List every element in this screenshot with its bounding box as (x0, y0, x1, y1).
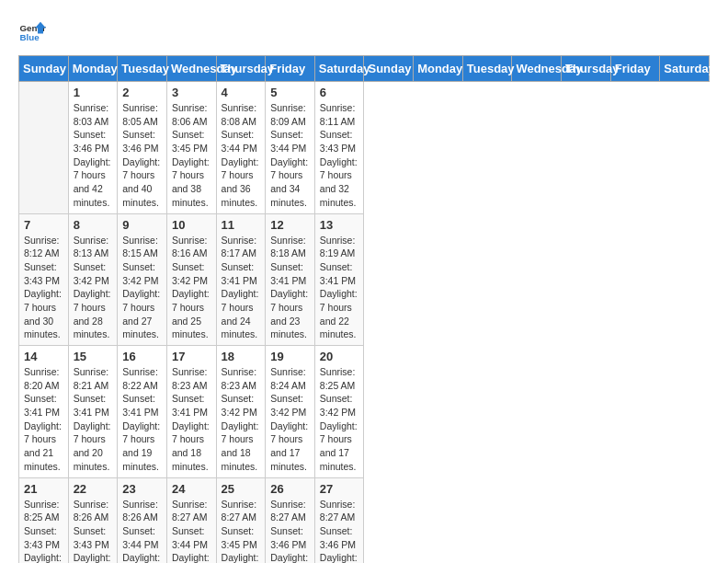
date-number: 11 (222, 218, 261, 232)
cell-info: Sunrise: 8:21 AMSunset: 3:41 PMDaylight:… (74, 365, 113, 474)
calendar-cell (19, 82, 69, 214)
header-sunday: Sunday (19, 56, 69, 82)
date-number: 8 (74, 218, 113, 232)
date-number: 21 (24, 482, 63, 496)
cell-info: Sunrise: 8:11 AMSunset: 3:43 PMDaylight:… (320, 101, 359, 210)
cell-info: Sunrise: 8:20 AMSunset: 3:41 PMDaylight:… (24, 365, 63, 474)
date-number: 1 (74, 86, 113, 99)
logo-icon: General Blue (18, 18, 46, 46)
cell-info: Sunrise: 8:27 AMSunset: 3:44 PMDaylight:… (172, 498, 211, 564)
calendar-cell: 23Sunrise: 8:26 AMSunset: 3:44 PMDayligh… (118, 477, 167, 563)
header-thursday: Thursday (562, 56, 611, 82)
calendar-cell: 1Sunrise: 8:03 AMSunset: 3:46 PMDaylight… (68, 82, 118, 214)
cell-info: Sunrise: 8:19 AMSunset: 3:41 PMDaylight:… (320, 234, 359, 342)
calendar-cell: 22Sunrise: 8:26 AMSunset: 3:43 PMDayligh… (68, 477, 118, 563)
cell-info: Sunrise: 8:27 AMSunset: 3:45 PMDaylight:… (222, 498, 261, 564)
header-friday: Friday (610, 56, 660, 82)
cell-info: Sunrise: 8:06 AMSunset: 3:45 PMDaylight:… (172, 101, 211, 210)
calendar-cell: 26Sunrise: 8:27 AMSunset: 3:46 PMDayligh… (266, 477, 315, 563)
cell-info: Sunrise: 8:13 AMSunset: 3:42 PMDaylight:… (74, 234, 113, 342)
date-number: 16 (122, 350, 162, 363)
cell-info: Sunrise: 8:25 AMSunset: 3:43 PMDaylight:… (24, 498, 63, 564)
calendar-cell: 3Sunrise: 8:06 AMSunset: 3:45 PMDaylight… (166, 82, 216, 214)
calendar-cell: 2Sunrise: 8:05 AMSunset: 3:46 PMDaylight… (118, 82, 167, 214)
date-number: 13 (320, 218, 359, 232)
calendar-cell: 17Sunrise: 8:23 AMSunset: 3:41 PMDayligh… (166, 346, 216, 478)
cell-info: Sunrise: 8:22 AMSunset: 3:41 PMDaylight:… (122, 365, 162, 474)
header-tuesday: Tuesday (118, 56, 167, 82)
date-number: 15 (74, 350, 113, 363)
date-number: 19 (270, 350, 310, 363)
calendar-week-1: 1Sunrise: 8:03 AMSunset: 3:46 PMDaylight… (19, 82, 710, 214)
calendar-week-4: 21Sunrise: 8:25 AMSunset: 3:43 PMDayligh… (19, 477, 710, 563)
cell-info: Sunrise: 8:26 AMSunset: 3:44 PMDaylight:… (122, 498, 162, 564)
cell-info: Sunrise: 8:08 AMSunset: 3:44 PMDaylight:… (222, 101, 261, 210)
date-number: 10 (172, 218, 211, 232)
header-monday: Monday (414, 56, 463, 82)
header-saturday: Saturday (660, 56, 710, 82)
date-number: 14 (24, 350, 63, 363)
cell-info: Sunrise: 8:03 AMSunset: 3:46 PMDaylight:… (74, 101, 113, 210)
calendar-cell: 21Sunrise: 8:25 AMSunset: 3:43 PMDayligh… (19, 477, 69, 563)
svg-text:Blue: Blue (20, 32, 40, 42)
calendar-cell: 20Sunrise: 8:25 AMSunset: 3:42 PMDayligh… (314, 346, 364, 478)
cell-info: Sunrise: 8:27 AMSunset: 3:46 PMDaylight:… (270, 498, 310, 564)
date-number: 12 (270, 218, 310, 232)
logo: General Blue (18, 18, 46, 46)
calendar-cell: 16Sunrise: 8:22 AMSunset: 3:41 PMDayligh… (118, 346, 167, 478)
header-thursday: Thursday (216, 56, 266, 82)
calendar-week-3: 14Sunrise: 8:20 AMSunset: 3:41 PMDayligh… (19, 346, 710, 478)
calendar-cell: 10Sunrise: 8:16 AMSunset: 3:42 PMDayligh… (166, 213, 216, 346)
calendar-table: SundayMondayTuesdayWednesdayThursdayFrid… (18, 55, 710, 563)
calendar-cell: 4Sunrise: 8:08 AMSunset: 3:44 PMDaylight… (216, 82, 266, 214)
cell-info: Sunrise: 8:09 AMSunset: 3:44 PMDaylight:… (270, 101, 310, 210)
calendar-cell: 9Sunrise: 8:15 AMSunset: 3:42 PMDaylight… (118, 213, 167, 346)
cell-info: Sunrise: 8:16 AMSunset: 3:42 PMDaylight:… (172, 234, 211, 342)
calendar-cell: 15Sunrise: 8:21 AMSunset: 3:41 PMDayligh… (68, 346, 118, 478)
header-sunday: Sunday (364, 56, 414, 82)
calendar-cell: 18Sunrise: 8:23 AMSunset: 3:42 PMDayligh… (216, 346, 266, 478)
cell-info: Sunrise: 8:15 AMSunset: 3:42 PMDaylight:… (122, 234, 162, 342)
date-number: 9 (122, 218, 162, 232)
date-number: 25 (222, 482, 261, 496)
cell-info: Sunrise: 8:17 AMSunset: 3:41 PMDaylight:… (222, 234, 261, 342)
date-number: 4 (222, 86, 261, 99)
date-number: 27 (320, 482, 359, 496)
header-wednesday: Wednesday (166, 56, 216, 82)
date-number: 23 (122, 482, 162, 496)
calendar-cell: 8Sunrise: 8:13 AMSunset: 3:42 PMDaylight… (68, 213, 118, 346)
cell-info: Sunrise: 8:25 AMSunset: 3:42 PMDaylight:… (320, 365, 359, 474)
date-number: 5 (270, 86, 310, 99)
cell-info: Sunrise: 8:26 AMSunset: 3:43 PMDaylight:… (74, 498, 113, 564)
calendar-header-row: SundayMondayTuesdayWednesdayThursdayFrid… (19, 56, 710, 82)
calendar-cell: 19Sunrise: 8:24 AMSunset: 3:42 PMDayligh… (266, 346, 315, 478)
date-number: 18 (222, 350, 261, 363)
date-number: 2 (122, 86, 162, 99)
calendar-cell: 13Sunrise: 8:19 AMSunset: 3:41 PMDayligh… (314, 213, 364, 346)
cell-info: Sunrise: 8:27 AMSunset: 3:46 PMDaylight:… (320, 498, 359, 564)
date-number: 7 (24, 218, 63, 232)
header-monday: Monday (68, 56, 118, 82)
page-header: General Blue (18, 18, 710, 46)
date-number: 22 (74, 482, 113, 496)
calendar-cell: 25Sunrise: 8:27 AMSunset: 3:45 PMDayligh… (216, 477, 266, 563)
calendar-week-2: 7Sunrise: 8:12 AMSunset: 3:43 PMDaylight… (19, 213, 710, 346)
calendar-cell: 11Sunrise: 8:17 AMSunset: 3:41 PMDayligh… (216, 213, 266, 346)
calendar-cell: 6Sunrise: 8:11 AMSunset: 3:43 PMDaylight… (314, 82, 364, 214)
header-friday: Friday (266, 56, 315, 82)
date-number: 26 (270, 482, 310, 496)
cell-info: Sunrise: 8:24 AMSunset: 3:42 PMDaylight:… (270, 365, 310, 474)
date-number: 17 (172, 350, 211, 363)
cell-info: Sunrise: 8:23 AMSunset: 3:41 PMDaylight:… (172, 365, 211, 474)
calendar-cell: 24Sunrise: 8:27 AMSunset: 3:44 PMDayligh… (166, 477, 216, 563)
date-number: 6 (320, 86, 359, 99)
calendar-cell: 5Sunrise: 8:09 AMSunset: 3:44 PMDaylight… (266, 82, 315, 214)
header-tuesday: Tuesday (462, 56, 512, 82)
date-number: 24 (172, 482, 211, 496)
calendar-cell: 27Sunrise: 8:27 AMSunset: 3:46 PMDayligh… (314, 477, 364, 563)
date-number: 3 (172, 86, 211, 99)
header-wednesday: Wednesday (512, 56, 562, 82)
header-saturday: Saturday (314, 56, 364, 82)
cell-info: Sunrise: 8:18 AMSunset: 3:41 PMDaylight:… (270, 234, 310, 342)
cell-info: Sunrise: 8:23 AMSunset: 3:42 PMDaylight:… (222, 365, 261, 474)
